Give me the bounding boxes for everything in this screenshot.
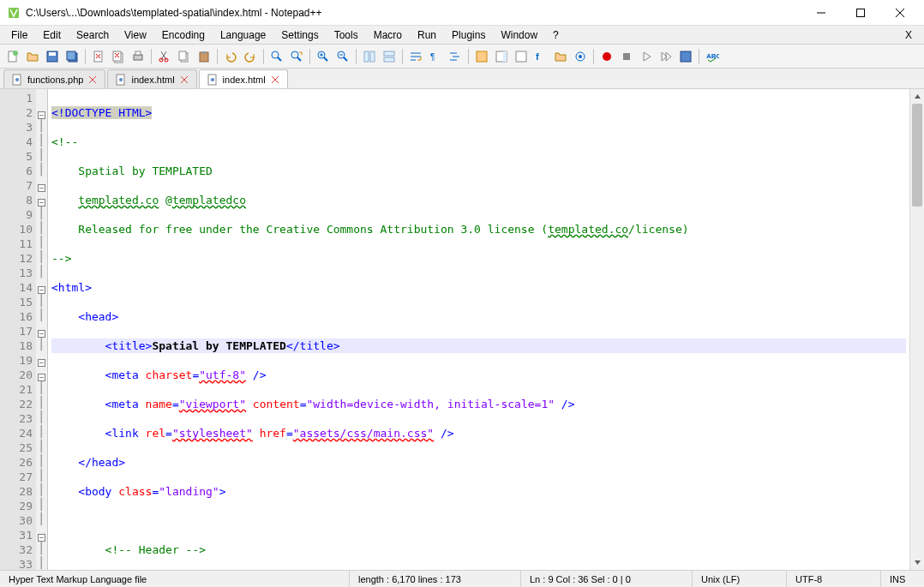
menu-help[interactable]: ? xyxy=(545,27,567,43)
menu-window[interactable]: Window xyxy=(493,27,545,43)
file-icon xyxy=(207,74,219,86)
menu-view[interactable]: View xyxy=(117,27,154,43)
svg-rect-52 xyxy=(503,51,507,62)
menu-tools[interactable]: Tools xyxy=(327,27,366,43)
close-file-icon[interactable] xyxy=(89,47,108,66)
code-area[interactable]: <!DOCTYPE HTML> <!-- Spatial by TEMPLATE… xyxy=(48,89,909,570)
macro-play-icon[interactable] xyxy=(637,47,656,66)
editor[interactable]: 1234567891011121314151617181920212223242… xyxy=(0,89,924,570)
doc-map-icon[interactable] xyxy=(492,47,511,66)
statusbar: Hyper Text Markup Language file length :… xyxy=(0,570,924,587)
svg-rect-8 xyxy=(49,52,56,56)
macro-play-multi-icon[interactable] xyxy=(657,47,675,66)
save-icon[interactable] xyxy=(43,47,62,66)
macro-stop-icon[interactable] xyxy=(617,47,636,66)
zoom-out-icon[interactable] xyxy=(333,47,352,66)
menu-plugins[interactable]: Plugins xyxy=(444,27,493,43)
redo-icon[interactable] xyxy=(241,47,260,66)
status-eol[interactable]: Unix (LF) xyxy=(693,571,787,587)
vertical-scrollbar[interactable] xyxy=(909,89,924,570)
doc-list-icon[interactable] xyxy=(512,47,531,66)
func-list-icon[interactable]: f xyxy=(531,47,550,66)
paste-icon[interactable] xyxy=(195,47,213,66)
tab-close-icon[interactable] xyxy=(179,75,189,85)
titlebar: C:\Users\...\Downloads\templated-spatial… xyxy=(0,0,924,26)
status-length: length : 6,170 lines : 173 xyxy=(350,571,521,587)
save-all-icon[interactable] xyxy=(63,47,81,66)
svg-rect-27 xyxy=(201,51,207,54)
file-icon xyxy=(115,74,127,86)
menubar: File Edit Search View Encoding Language … xyxy=(0,26,924,45)
toolbar: ¶ f ABC xyxy=(0,45,924,69)
menu-language[interactable]: Language xyxy=(213,27,273,43)
menu-edit[interactable]: Edit xyxy=(35,27,69,43)
fold-column[interactable]: −││││−−│││││−││−│−−││││││││││−││ xyxy=(36,89,48,570)
zoom-in-icon[interactable] xyxy=(314,47,333,66)
svg-rect-41 xyxy=(384,51,394,56)
menu-run[interactable]: Run xyxy=(410,27,444,43)
sync-v-icon[interactable] xyxy=(360,47,379,66)
menu-close-x[interactable]: X xyxy=(897,29,921,41)
svg-line-33 xyxy=(324,57,327,61)
svg-rect-15 xyxy=(113,51,121,61)
svg-point-57 xyxy=(603,52,611,61)
close-button[interactable] xyxy=(888,4,912,21)
svg-rect-42 xyxy=(384,57,394,62)
svg-line-29 xyxy=(278,57,281,61)
status-filetype: Hyper Text Markup Language file xyxy=(0,571,350,587)
minimize-button[interactable] xyxy=(809,4,833,21)
show-all-chars-icon[interactable]: ¶ xyxy=(426,47,445,66)
status-encoding[interactable]: UTF-8 xyxy=(787,571,881,587)
tab-index-html-1[interactable]: index.html xyxy=(107,69,196,88)
monitor-icon[interactable] xyxy=(571,47,590,66)
svg-point-28 xyxy=(272,51,279,58)
svg-rect-39 xyxy=(364,51,369,62)
svg-point-66 xyxy=(119,78,123,81)
menu-search[interactable]: Search xyxy=(69,27,117,43)
tabbar: functions.php index.html index.html xyxy=(0,69,924,89)
spellcheck-icon[interactable]: ABC xyxy=(703,47,722,66)
close-all-icon[interactable] xyxy=(109,47,128,66)
tab-close-icon[interactable] xyxy=(270,75,280,85)
cut-icon[interactable] xyxy=(155,47,174,66)
print-icon[interactable] xyxy=(129,47,147,66)
app-icon xyxy=(7,6,21,20)
svg-line-37 xyxy=(344,57,347,61)
svg-rect-25 xyxy=(179,51,186,60)
macro-save-icon[interactable] xyxy=(676,47,695,66)
scroll-thumb[interactable] xyxy=(912,104,922,207)
tab-functions-php[interactable]: functions.php xyxy=(3,69,105,88)
svg-rect-58 xyxy=(623,53,630,60)
status-insert-mode[interactable]: INS xyxy=(881,571,924,587)
svg-rect-50 xyxy=(477,51,487,62)
tab-index-html-2[interactable]: index.html xyxy=(199,69,288,88)
new-file-icon[interactable] xyxy=(3,47,22,66)
indent-guide-icon[interactable] xyxy=(446,47,465,66)
undo-icon[interactable] xyxy=(221,47,240,66)
scroll-down-icon[interactable] xyxy=(910,555,924,570)
find-icon[interactable] xyxy=(267,47,286,66)
wordwrap-icon[interactable] xyxy=(406,47,425,66)
sync-h-icon[interactable] xyxy=(380,47,399,66)
maximize-button[interactable] xyxy=(849,4,873,21)
svg-point-62 xyxy=(15,78,19,81)
svg-line-31 xyxy=(297,57,301,61)
svg-point-30 xyxy=(291,51,298,58)
line-number-gutter: 1234567891011121314151617181920212223242… xyxy=(0,89,36,570)
replace-icon[interactable] xyxy=(287,47,306,66)
menu-macro[interactable]: Macro xyxy=(366,27,410,43)
svg-rect-18 xyxy=(134,55,142,60)
status-position: Ln : 9 Col : 36 Sel : 0 | 0 xyxy=(521,571,693,587)
copy-icon[interactable] xyxy=(175,47,194,66)
lang-udl-icon[interactable] xyxy=(472,47,491,66)
open-file-icon[interactable] xyxy=(23,47,42,66)
svg-text:¶: ¶ xyxy=(430,52,435,62)
scroll-up-icon[interactable] xyxy=(910,89,924,104)
menu-encoding[interactable]: Encoding xyxy=(154,27,213,43)
svg-rect-53 xyxy=(516,51,526,62)
folder-workspace-icon[interactable] xyxy=(551,47,570,66)
macro-record-icon[interactable] xyxy=(597,47,616,66)
menu-settings[interactable]: Settings xyxy=(273,27,326,43)
menu-file[interactable]: File xyxy=(3,27,35,43)
tab-close-icon[interactable] xyxy=(87,75,98,85)
